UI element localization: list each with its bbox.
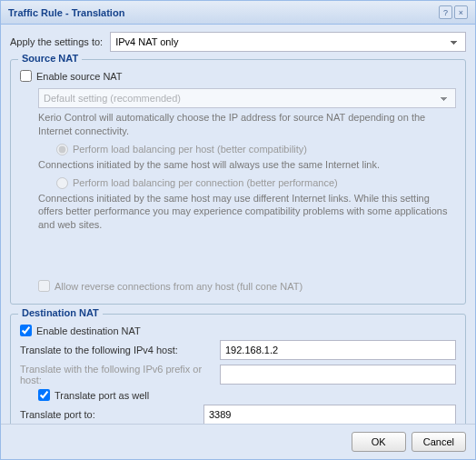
- help-icon[interactable]: ?: [439, 5, 452, 19]
- dialog-content: Apply the settings to: IPv4 NAT only Sou…: [1, 25, 475, 424]
- source-nat-mode-help: Kerio Control will automatically choose …: [38, 111, 456, 138]
- enable-source-nat-label: Enable source NAT: [36, 71, 123, 82]
- source-nat-mode-select[interactable]: Default setting (recommended): [38, 88, 456, 108]
- lb-per-host-radio[interactable]: [56, 144, 68, 155]
- lb-per-conn-radio[interactable]: [56, 177, 68, 189]
- enable-dest-nat-row: Enable destination NAT: [20, 325, 456, 336]
- window-title: Traffic Rule - Translation: [8, 7, 437, 18]
- lb-per-host-help: Connections initiated by the same host w…: [38, 158, 456, 172]
- translate-port-checkbox-label: Translate port as well: [55, 390, 149, 401]
- translate-port-label: Translate port to:: [20, 409, 203, 420]
- ipv6-host-row: Translate with the following IPv6 prefix…: [20, 364, 456, 385]
- ipv4-host-label: Translate to the following IPv4 host:: [20, 345, 220, 355]
- enable-dest-nat-label: Enable destination NAT: [36, 325, 141, 336]
- enable-source-nat-row: Enable source NAT: [20, 70, 456, 82]
- destination-nat-legend: Destination NAT: [18, 307, 103, 318]
- ok-button[interactable]: OK: [352, 432, 406, 452]
- destination-nat-fieldset: Destination NAT Enable destination NAT T…: [10, 314, 466, 424]
- dialog-footer: OK Cancel: [1, 424, 475, 459]
- ipv4-host-input[interactable]: [220, 340, 456, 360]
- ipv4-host-row: Translate to the following IPv4 host:: [20, 340, 456, 360]
- lb-per-conn-label: Perform load balancing per connection (b…: [73, 177, 338, 188]
- close-icon[interactable]: ×: [454, 5, 468, 19]
- full-cone-checkbox[interactable]: [38, 280, 50, 292]
- full-cone-label: Allow reverse connections from any host …: [55, 281, 302, 292]
- enable-source-nat-checkbox[interactable]: [20, 70, 32, 82]
- lb-per-host-row: Perform load balancing per host (better …: [56, 144, 456, 155]
- translate-port-input[interactable]: [203, 405, 456, 424]
- titlebar: Traffic Rule - Translation ? ×: [1, 1, 475, 25]
- full-cone-row: Allow reverse connections from any host …: [38, 280, 456, 292]
- dialog-window: Traffic Rule - Translation ? × Apply the…: [0, 0, 476, 460]
- ipv6-host-label: Translate with the following IPv6 prefix…: [20, 364, 220, 385]
- port-value-row: Translate port to:: [20, 405, 456, 424]
- enable-dest-nat-checkbox[interactable]: [20, 325, 32, 336]
- ipv6-host-input[interactable]: [220, 365, 456, 385]
- cancel-button[interactable]: Cancel: [412, 432, 466, 452]
- translate-port-checkbox[interactable]: [38, 389, 50, 401]
- lb-per-conn-help: Connections initiated by the same host m…: [38, 192, 456, 233]
- apply-settings-select[interactable]: IPv4 NAT only: [110, 32, 466, 52]
- apply-settings-label: Apply the settings to:: [10, 36, 103, 47]
- translate-port-row: Translate port as well: [38, 389, 456, 401]
- source-nat-legend: Source NAT: [18, 53, 82, 64]
- apply-settings-row: Apply the settings to: IPv4 NAT only: [10, 32, 466, 52]
- lb-per-conn-row: Perform load balancing per connection (b…: [56, 177, 456, 189]
- source-nat-fieldset: Source NAT Enable source NAT Default set…: [10, 59, 466, 305]
- lb-per-host-label: Perform load balancing per host (better …: [73, 144, 307, 155]
